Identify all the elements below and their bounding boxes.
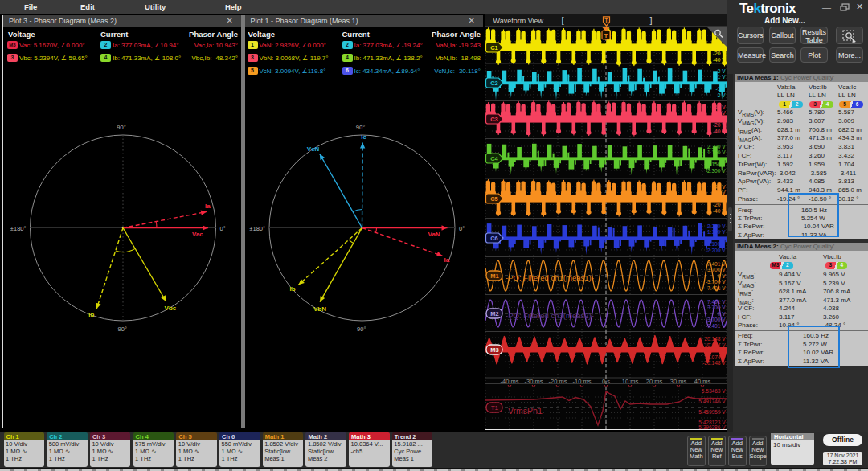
svg-text:90°: 90° — [355, 124, 364, 131]
svg-text:3.700 V: 3.700 V — [707, 267, 726, 272]
svg-text:C5: C5 — [490, 195, 498, 203]
svg-text:M3: M3 — [490, 346, 498, 354]
svg-text:-20 V: -20 V — [712, 122, 725, 128]
svg-text:-40 ms: -40 ms — [500, 378, 518, 385]
svg-text:Ic: Ic — [361, 133, 366, 140]
svg-text:20.148 V: 20.148 V — [704, 336, 726, 342]
svg-text:0°: 0° — [220, 224, 226, 231]
svg-text:±180°: ±180° — [249, 224, 265, 231]
svg-text:VaN: VaN — [428, 230, 440, 237]
svg-text:VcN: VcN — [306, 145, 319, 152]
svg-text:-7.401 V: -7.401 V — [705, 285, 725, 291]
svg-text:VrmsPh1: VrmsPh1 — [508, 406, 542, 416]
svg-text:M2: M2 — [490, 310, 498, 317]
svg-text:-2.200 V: -2.200 V — [705, 248, 725, 253]
svg-text:-1.100 V: -1.100 V — [705, 241, 725, 247]
svg-text:-2 V: -2 V — [715, 92, 726, 98]
svg-text:Ib: Ib — [88, 311, 94, 318]
svg-text:5.491746 V: 5.491746 V — [698, 399, 726, 404]
svg-text:20 V: 20 V — [714, 190, 726, 195]
svg-text:-40 V: -40 V — [712, 129, 725, 134]
svg-text:T: T — [604, 17, 608, 23]
svg-text:-PQ: Filtered ch3(meas2)-: -PQ: Filtered ch3(meas2)- — [506, 311, 594, 320]
svg-text:20 ms: 20 ms — [645, 378, 662, 385]
svg-text:1.100 V: 1.100 V — [707, 229, 726, 235]
svg-text:10.074 V: 10.074 V — [704, 342, 726, 348]
svg-text:-20 ms: -20 ms — [548, 378, 567, 385]
svg-text:10 ms: 10 ms — [621, 378, 638, 385]
svg-text:-1 V: -1 V — [715, 86, 726, 92]
svg-text:7.401 V: 7.401 V — [707, 299, 726, 305]
svg-text:0 V: 0 V — [717, 311, 725, 317]
svg-text:-10 ms: -10 ms — [572, 378, 591, 385]
svg-text:-20 V: -20 V — [712, 51, 725, 56]
svg-text:-30 ms: -30 ms — [524, 378, 542, 385]
svg-text:±180°: ±180° — [10, 224, 27, 231]
svg-text:T: T — [604, 32, 608, 39]
svg-text:-20 V: -20 V — [712, 202, 725, 207]
svg-text:-90°: -90° — [354, 326, 366, 333]
svg-text:VbN: VbN — [313, 305, 326, 312]
svg-text:5.53463 V: 5.53463 V — [701, 388, 725, 394]
svg-text:C3: C3 — [490, 116, 498, 123]
svg-text:7.401 V: 7.401 V — [707, 261, 726, 267]
svg-text:40 ms: 40 ms — [694, 378, 710, 385]
svg-text:2.200 V: 2.200 V — [707, 223, 726, 229]
svg-text:-20.148 V: -20.148 V — [702, 360, 726, 366]
svg-text:40 V: 40 V — [714, 104, 726, 110]
svg-text:T1: T1 — [491, 404, 498, 412]
svg-text:30 ms: 30 ms — [669, 378, 686, 385]
svg-text:Vac: Vac — [192, 230, 203, 237]
svg-text:-40 V: -40 V — [712, 208, 725, 214]
svg-text:0 s: 0 s — [601, 378, 609, 385]
svg-text:-PQ: Filtered ch1(meas1)-: -PQ: Filtered ch1(meas1)- — [506, 273, 594, 282]
svg-text:90°: 90° — [117, 124, 125, 131]
svg-text:5.396286 V: 5.396286 V — [698, 424, 726, 430]
svg-text:Ia: Ia — [444, 256, 449, 264]
svg-text:M1: M1 — [490, 272, 498, 280]
svg-text:Ib: Ib — [289, 285, 295, 293]
svg-text:-10.074 V: -10.074 V — [702, 354, 726, 360]
svg-text:5.459959 V: 5.459959 V — [698, 409, 726, 415]
svg-text:1.150 V: 1.150 V — [707, 149, 726, 155]
svg-text:0°: 0° — [459, 224, 465, 231]
svg-text:-7.401 V: -7.401 V — [705, 323, 725, 329]
svg-text:C2: C2 — [490, 80, 498, 87]
svg-text:-90°: -90° — [116, 326, 127, 333]
svg-text:Vbc: Vbc — [165, 305, 177, 312]
svg-text:20 V: 20 V — [714, 110, 726, 116]
svg-text:-40 V: -40 V — [712, 57, 725, 63]
svg-text:2.300 V: 2.300 V — [707, 144, 726, 149]
svg-text:Ia: Ia — [205, 203, 211, 210]
svg-text:2 V: 2 V — [717, 68, 725, 74]
svg-text:C4: C4 — [490, 155, 498, 162]
svg-text:-2.300 V: -2.300 V — [705, 168, 725, 174]
svg-text:40 V: 40 V — [714, 184, 726, 190]
svg-text:C1: C1 — [490, 44, 498, 51]
svg-text:-3.700 V: -3.700 V — [705, 279, 725, 285]
svg-text:C6: C6 — [490, 235, 498, 242]
svg-text:0 V: 0 V — [717, 273, 725, 279]
svg-text:-3.700 V: -3.700 V — [705, 317, 725, 322]
svg-text:3.700 V: 3.700 V — [707, 305, 726, 310]
svg-text:1 V: 1 V — [717, 74, 725, 80]
svg-text:-1.150 V: -1.150 V — [705, 162, 725, 167]
